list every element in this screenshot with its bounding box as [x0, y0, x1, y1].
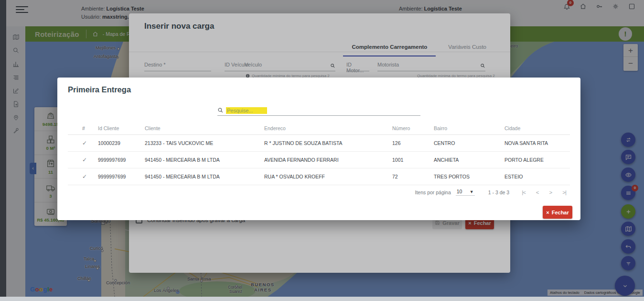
- primeira-entrega-modal: Primeira Entrega Pesquise... # Id Client…: [57, 78, 580, 220]
- bottom-strip: [0, 297, 644, 301]
- table-row[interactable]: ✓ 9999997699 941450 - MERCEARIA B M LTDA…: [68, 152, 570, 168]
- table-row[interactable]: ✓ 10000239 213233 - TAIS VUCKOVIC ME R *…: [68, 135, 570, 152]
- row-check-icon: ✓: [68, 140, 98, 146]
- row-check-icon: ✓: [68, 173, 98, 180]
- search-field[interactable]: Pesquise...: [217, 105, 420, 116]
- search-icon: [217, 107, 224, 113]
- search-placeholder: Pesquise...: [226, 107, 267, 114]
- deliveries-table: # Id Cliente Cliente Endereco Número Bai…: [68, 122, 570, 185]
- items-per-page-label: Itens por página: [415, 190, 451, 195]
- items-per-page-select[interactable]: 10 ▾: [456, 189, 475, 196]
- caret-down-icon: ▾: [471, 189, 473, 194]
- prev-page-button[interactable]: <: [536, 190, 539, 195]
- pagination-range: 1 - 3 de 3: [488, 190, 509, 195]
- fechar-button-entrega[interactable]: ×Fechar: [543, 206, 572, 219]
- pagination: Itens por página 10 ▾ 1 - 3 de 3 |< < > …: [415, 189, 566, 196]
- app-root: Ambiente: Logística Teste Usuário: maxst…: [0, 0, 644, 301]
- table-row[interactable]: ✓ 9999997699 941450 - MERCEARIA B M LTDA…: [68, 168, 570, 185]
- first-page-button[interactable]: |<: [522, 190, 526, 195]
- primeira-entrega-title: Primeira Entrega: [68, 85, 131, 94]
- close-x-icon: ×: [546, 210, 549, 215]
- next-page-button[interactable]: >: [549, 190, 552, 195]
- row-check-icon: ✓: [68, 156, 98, 163]
- table-header-row: # Id Cliente Cliente Endereco Número Bai…: [68, 122, 570, 135]
- last-page-button[interactable]: >|: [562, 190, 566, 195]
